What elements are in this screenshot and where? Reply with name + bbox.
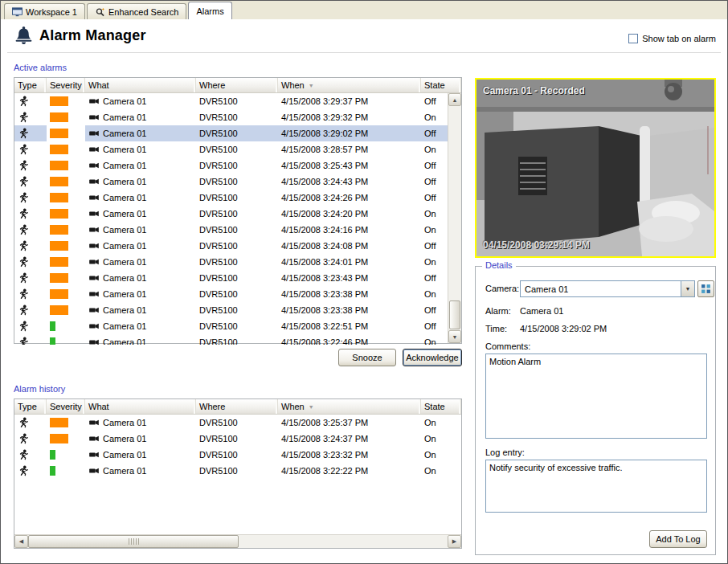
alarm-row[interactable]: Camera 01DVR51004/15/2008 3:29:02 PMOff <box>14 125 448 141</box>
tab-alarms[interactable]: Alarms <box>188 2 231 19</box>
alarm-when: 4/15/2008 3:29:02 PM <box>278 125 421 141</box>
running-person-icon <box>14 174 47 190</box>
alarm-row[interactable]: Camera 01DVR51004/15/2008 3:24:26 PMOff <box>14 190 448 206</box>
col-severity[interactable]: Severity <box>47 399 85 414</box>
col-state[interactable]: State <box>421 78 461 92</box>
alarm-state: On <box>421 254 448 270</box>
alarm-row[interactable]: Camera 01DVR51004/15/2008 3:24:16 PMOn <box>14 222 448 238</box>
tab-label: Alarms <box>196 6 223 16</box>
time-label: Time: <box>485 324 507 333</box>
alarm-row[interactable]: Camera 01DVR51004/15/2008 3:24:43 PMOff <box>14 174 448 190</box>
alarm-row[interactable]: Camera 01DVR51004/15/2008 3:25:43 PMOff <box>14 157 448 174</box>
alarm-state: Off <box>421 270 448 286</box>
tab-enhanced-search[interactable]: Enhanced Search <box>87 3 186 19</box>
acknowledge-button[interactable]: Acknowledge <box>403 349 462 366</box>
alarm-when: 4/15/2008 3:23:43 PM <box>278 270 421 286</box>
alarm-when: 4/15/2008 3:22:22 PM <box>278 463 421 479</box>
alarm-where: DVR5100 <box>196 109 278 125</box>
tab-workspace-1[interactable]: Workspace 1 <box>4 3 85 19</box>
alarm-row[interactable]: Camera 01DVR51004/15/2008 3:24:37 PMOn <box>14 431 461 447</box>
alarm-what: Camera 01 <box>85 190 196 206</box>
alarm-value: Camera 01 <box>520 306 563 316</box>
col-what[interactable]: What <box>85 78 196 92</box>
alarm-what: Camera 01 <box>85 157 196 174</box>
alarm-when: 4/15/2008 3:22:51 PM <box>278 318 421 334</box>
severity-bar <box>47 190 85 206</box>
alarm-state: On <box>421 415 461 431</box>
alarm-row[interactable]: Camera 01DVR51004/15/2008 3:23:38 PMOff <box>14 302 448 318</box>
alarm-row[interactable]: Camera 01DVR51004/15/2008 3:24:01 PMOn <box>14 254 448 270</box>
camera-view-button[interactable] <box>697 280 714 297</box>
scroll-down-button[interactable]: ▼ <box>448 330 461 343</box>
alarm-row[interactable]: Camera 01DVR51004/15/2008 3:25:37 PMOn <box>14 415 461 431</box>
alarm-when: 4/15/2008 3:23:32 PM <box>278 447 421 463</box>
alarm-row[interactable]: Camera 01DVR51004/15/2008 3:22:22 PMOn <box>14 463 461 479</box>
scroll-thumb[interactable] <box>28 535 239 548</box>
alarm-row[interactable]: Camera 01DVR51004/15/2008 3:29:37 PMOff <box>14 93 448 109</box>
alarm-what: Camera 01 <box>85 141 196 157</box>
snooze-button[interactable]: Snooze <box>338 349 396 366</box>
running-person-icon <box>14 141 47 157</box>
col-where[interactable]: Where <box>196 399 278 414</box>
show-tab-checkbox[interactable] <box>628 34 638 43</box>
alarm-row[interactable]: Camera 01DVR51004/15/2008 3:22:46 PMOn <box>14 334 448 345</box>
alarm-state: Off <box>421 302 448 318</box>
camera-select[interactable]: Camera 01 ▼ <box>520 280 695 297</box>
alarm-row[interactable]: Camera 01DVR51004/15/2008 3:24:20 PMOn <box>14 206 448 222</box>
scroll-up-button[interactable]: ▲ <box>448 93 461 106</box>
alarm-state: On <box>421 141 448 157</box>
severity-bar <box>47 157 85 174</box>
alarm-history-rows: Camera 01DVR51004/15/2008 3:25:37 PMOnCa… <box>14 415 461 535</box>
alarm-where: DVR5100 <box>196 415 278 431</box>
show-tab-on-alarm: Show tab on alarm <box>628 34 716 43</box>
alarm-row[interactable]: Camera 01DVR51004/15/2008 3:23:38 PMOn <box>14 286 448 302</box>
alarm-state: On <box>421 109 448 125</box>
scroll-thumb[interactable] <box>449 300 460 329</box>
add-to-log-button[interactable]: Add To Log <box>649 530 707 548</box>
col-type[interactable]: Type <box>14 78 47 92</box>
severity-bar <box>47 125 85 141</box>
alarm-bell-icon <box>13 25 35 47</box>
alarm-row[interactable]: Camera 01DVR51004/15/2008 3:23:32 PMOn <box>14 447 461 463</box>
alarm-row[interactable]: Camera 01DVR51004/15/2008 3:29:32 PMOn <box>14 109 448 125</box>
alarm-row[interactable]: Camera 01DVR51004/15/2008 3:24:08 PMOff <box>14 238 448 254</box>
col-what[interactable]: What <box>85 399 196 414</box>
alarm-where: DVR5100 <box>196 222 278 238</box>
tab-label: Enhanced Search <box>108 7 178 17</box>
alarm-what: Camera 01 <box>85 93 196 109</box>
scroll-track[interactable] <box>28 535 448 548</box>
chevron-down-icon[interactable]: ▼ <box>681 281 694 296</box>
thumb-grip <box>129 538 139 545</box>
scroll-left-button[interactable]: ◀ <box>14 535 28 548</box>
col-when[interactable]: When ▼ <box>278 78 421 92</box>
alarm-what: Camera 01 <box>85 254 196 270</box>
alarm-row[interactable]: Camera 01DVR51004/15/2008 3:28:57 PMOn <box>14 141 448 157</box>
col-when[interactable]: When ▼ <box>278 399 421 414</box>
alarm-state: Off <box>421 174 448 190</box>
log-entry-field[interactable]: Notify security of excessive traffic. <box>485 460 707 513</box>
alarm-when: 4/15/2008 3:22:46 PM <box>278 334 421 345</box>
alarm-when: 4/15/2008 3:24:08 PM <box>278 238 421 254</box>
comments-field[interactable]: Motion Alarm <box>485 354 707 439</box>
alarm-where: DVR5100 <box>196 93 278 109</box>
alarm-what: Camera 01 <box>85 238 196 254</box>
alarm-state: Off <box>421 125 448 141</box>
alarm-row[interactable]: Camera 01DVR51004/15/2008 3:22:51 PMOff <box>14 318 448 334</box>
col-type[interactable]: Type <box>14 399 47 414</box>
camera-label: Camera: <box>485 284 519 293</box>
camera-select-value: Camera 01 <box>521 284 681 294</box>
sort-desc-icon: ▼ <box>309 83 314 88</box>
col-where[interactable]: Where <box>196 78 278 92</box>
alarm-row[interactable]: Camera 01DVR51004/15/2008 3:23:43 PMOff <box>14 270 448 286</box>
col-severity[interactable]: Severity <box>47 78 85 92</box>
alarm-what: Camera 01 <box>85 222 196 238</box>
workspace-icon <box>12 7 22 17</box>
horizontal-scrollbar[interactable]: ◀ ▶ <box>14 534 461 548</box>
scroll-right-button[interactable]: ▶ <box>448 535 461 548</box>
running-person-icon <box>14 206 47 222</box>
alarm-where: DVR5100 <box>196 334 278 345</box>
active-alarms-label: Active alarms <box>14 63 67 72</box>
vertical-scrollbar[interactable]: ▲ ▼ <box>448 93 461 343</box>
running-person-icon <box>14 222 47 238</box>
col-state[interactable]: State <box>421 399 461 414</box>
